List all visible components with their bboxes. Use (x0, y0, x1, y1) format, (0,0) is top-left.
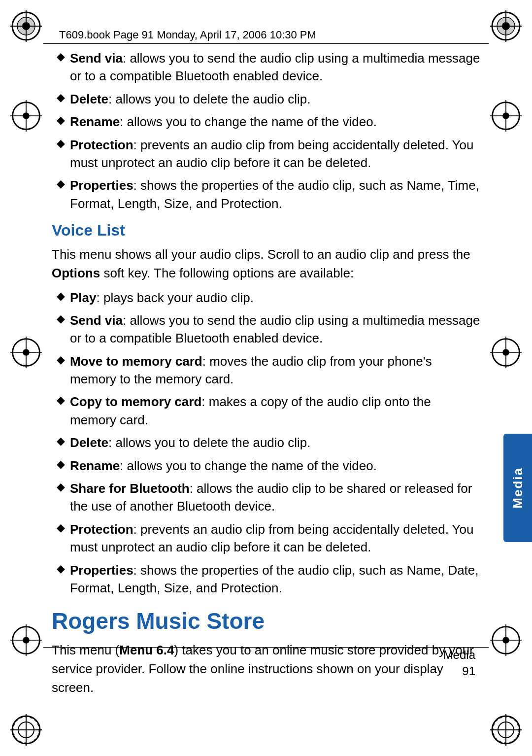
bullet-copy-to-memory-text: Copy to memory card: makes a copy of the… (70, 393, 480, 429)
diamond-icon: ◆ (57, 521, 65, 534)
bullet-properties-top-text: Properties: shows the properties of the … (70, 176, 480, 212)
diamond-icon: ◆ (57, 394, 65, 407)
bullet-delete: ◆ Delete: allows you to delete the audio… (52, 434, 480, 451)
voice-list-heading: Voice List (52, 221, 480, 240)
bullet-copy-to-memory: ◆ Copy to memory card: makes a copy of t… (52, 393, 480, 429)
diamond-icon: ◆ (57, 312, 65, 325)
bullet-rename-text: Rename: allows you to change the name of… (70, 457, 377, 475)
bullet-send-via: ◆ Send via: allows you to send the audio… (52, 311, 480, 347)
bullet-send-via-top: ◆ Send via: allows you to send the audio… (52, 49, 480, 85)
bullet-rename: ◆ Rename: allows you to change the name … (52, 457, 480, 475)
bullet-properties: ◆ Properties: shows the properties of th… (52, 561, 480, 597)
header-text: T609.book Page 91 Monday, April 17, 2006… (59, 29, 316, 41)
voice-list-bullet-list: ◆ Play: plays back your audio clip. ◆ Se… (52, 289, 480, 597)
bullet-properties-text: Properties: shows the properties of the … (70, 561, 480, 597)
bullet-send-via-text: Send via: allows you to send the audio c… (70, 311, 480, 347)
reg-mark-inner-top-right (489, 99, 523, 133)
bullet-properties-top: ◆ Properties: shows the properties of th… (52, 176, 480, 212)
bullet-send-via-top-text: Send via: allows you to send the audio c… (70, 49, 480, 85)
bullet-delete-top: ◆ Delete: allows you to delete the audio… (52, 90, 480, 108)
reg-mark-top-right (489, 9, 523, 43)
bullet-protection-top: ◆ Protection: prevents an audio clip fro… (52, 136, 480, 172)
diamond-icon: ◆ (57, 458, 65, 471)
side-tab: Media (503, 434, 532, 542)
reg-mark-top-left (9, 9, 43, 43)
diamond-icon: ◆ (57, 91, 65, 104)
reg-mark-bottom-right (489, 713, 523, 747)
reg-mark-bottom-left (9, 713, 43, 747)
bullet-protection-text: Protection: prevents an audio clip from … (70, 520, 480, 556)
diamond-icon: ◆ (57, 353, 65, 366)
diamond-icon: ◆ (57, 137, 65, 150)
diamond-icon: ◆ (57, 50, 65, 63)
bullet-move-to-memory-text: Move to memory card: moves the audio cli… (70, 352, 480, 388)
bullet-rename-top-text: Rename: allows you to change the name of… (70, 113, 377, 131)
bullet-delete-text: Delete: allows you to delete the audio c… (70, 434, 311, 451)
bullet-protection-top-text: Protection: prevents an audio clip from … (70, 136, 480, 172)
top-bullet-list: ◆ Send via: allows you to send the audio… (52, 49, 480, 212)
bullet-play: ◆ Play: plays back your audio clip. (52, 289, 480, 307)
diamond-icon: ◆ (57, 114, 65, 127)
voice-list-section: Voice List This menu shows all your audi… (52, 221, 480, 597)
bullet-protection: ◆ Protection: prevents an audio clip fro… (52, 520, 480, 556)
rogers-body: This menu (Menu 6.4) takes you to an onl… (52, 641, 480, 697)
rogers-heading: Rogers Music Store (52, 608, 480, 634)
reg-mark-inner-bottom-left (9, 623, 43, 657)
reg-mark-inner-mid-left (9, 335, 43, 370)
reg-mark-inner-top-left (9, 99, 43, 133)
side-tab-label: Media (510, 467, 526, 509)
bullet-share-bluetooth-text: Share for Bluetooth: allows the audio cl… (70, 480, 480, 515)
rogers-section: Rogers Music Store This menu (Menu 6.4) … (52, 608, 480, 697)
diamond-icon: ◆ (57, 481, 65, 493)
bullet-share-bluetooth: ◆ Share for Bluetooth: allows the audio … (52, 480, 480, 515)
bullet-rename-top: ◆ Rename: allows you to change the name … (52, 113, 480, 131)
reg-mark-inner-bottom-right (489, 623, 523, 657)
diamond-icon: ◆ (57, 435, 65, 447)
reg-mark-inner-mid-right (489, 335, 523, 370)
bullet-play-text: Play: plays back your audio clip. (70, 289, 254, 307)
header-rule (43, 43, 489, 44)
diamond-icon: ◆ (57, 177, 65, 190)
bullet-move-to-memory: ◆ Move to memory card: moves the audio c… (52, 352, 480, 388)
bullet-delete-top-text: Delete: allows you to delete the audio c… (70, 90, 311, 108)
main-content: ◆ Send via: allows you to send the audio… (52, 49, 480, 697)
diamond-icon: ◆ (57, 562, 65, 575)
diamond-icon: ◆ (57, 290, 65, 303)
voice-list-intro: This menu shows all your audio clips. Sc… (52, 245, 480, 282)
